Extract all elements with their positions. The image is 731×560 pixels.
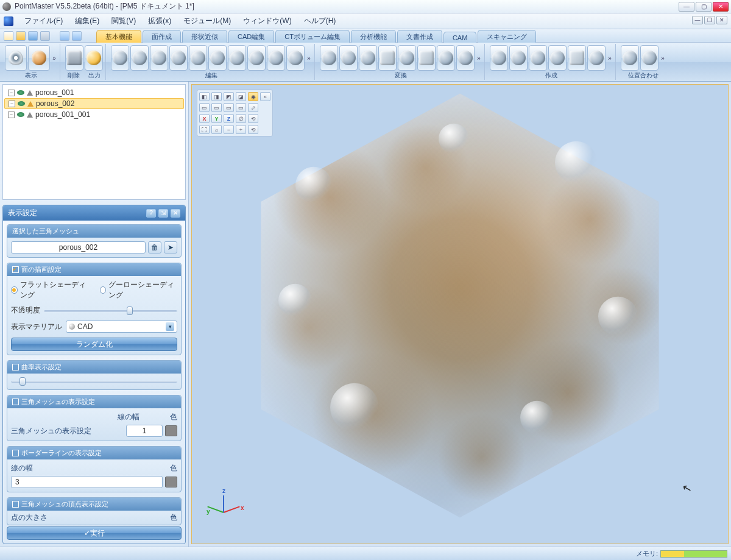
- zoom-out-button[interactable]: −: [224, 125, 234, 134]
- undo-icon[interactable]: [60, 31, 69, 41]
- display-eye-button[interactable]: [5, 45, 27, 71]
- axis-free-button[interactable]: ∅: [236, 114, 246, 123]
- section-checkbox[interactable]: [12, 501, 19, 508]
- border-color-swatch[interactable]: [165, 477, 177, 487]
- conv-btn-2[interactable]: [339, 45, 358, 71]
- section-checkbox[interactable]: [12, 266, 19, 273]
- output-button[interactable]: [85, 45, 103, 71]
- tree-item[interactable]: − porous_001: [4, 87, 184, 98]
- print-icon[interactable]: [40, 31, 50, 41]
- close-button[interactable]: ✕: [713, 2, 729, 12]
- menu-module[interactable]: モジュール(M): [177, 15, 237, 27]
- menu-file[interactable]: ファイル(F): [18, 15, 69, 27]
- mdi-close-button[interactable]: ✕: [716, 16, 727, 24]
- tab-ct[interactable]: CTボリューム編集: [275, 30, 350, 43]
- clear-selection-button[interactable]: 🗑: [148, 241, 161, 253]
- conv-btn-3[interactable]: [359, 45, 377, 71]
- menu-help[interactable]: ヘルプ(H): [298, 15, 342, 27]
- view-persp-button[interactable]: ◉: [248, 92, 258, 101]
- view-collapse-button[interactable]: «: [260, 92, 270, 101]
- mesh-width-input[interactable]: 1: [126, 425, 163, 437]
- view-front-button[interactable]: ▭: [199, 103, 210, 112]
- edit-btn-10[interactable]: [286, 45, 305, 71]
- tree-expander-icon[interactable]: −: [9, 101, 15, 107]
- zoom-in-button[interactable]: +: [236, 125, 246, 134]
- tab-analysis[interactable]: 分析機能: [351, 30, 396, 43]
- axis-y-button[interactable]: Y: [211, 114, 222, 123]
- tab-document[interactable]: 文書作成: [397, 30, 442, 43]
- tree-expander-icon[interactable]: −: [8, 90, 15, 96]
- conv-btn-4[interactable]: [378, 45, 397, 71]
- edit-btn-7[interactable]: [228, 45, 246, 71]
- randomize-button[interactable]: ランダム化: [11, 338, 177, 351]
- delete-button[interactable]: [65, 45, 83, 71]
- view-left-button[interactable]: ▭: [224, 103, 234, 112]
- align-btn-2[interactable]: [640, 45, 659, 71]
- open-icon[interactable]: [16, 31, 26, 41]
- 3d-viewport[interactable]: ◧ ◨ ◩ ◪ ◉ « ▭ ▭ ▭ ▭ ⬀ X Y Z ∅ ⟲: [191, 84, 729, 544]
- tab-scanning[interactable]: スキャニング: [478, 30, 536, 43]
- conv-btn-8[interactable]: [456, 45, 475, 71]
- create-btn-2[interactable]: [509, 45, 528, 71]
- minimize-button[interactable]: ―: [679, 2, 694, 12]
- view-iso4-button[interactable]: ◪: [236, 92, 246, 101]
- mdi-minimize-button[interactable]: ―: [692, 16, 703, 24]
- panel-help-button[interactable]: ?: [146, 209, 156, 218]
- menu-edit[interactable]: 編集(E): [69, 15, 105, 27]
- group-expand-icon[interactable]: »: [476, 45, 482, 71]
- view-iso1-button[interactable]: ◧: [199, 92, 210, 101]
- tree-item[interactable]: − porous_001_001: [4, 109, 184, 120]
- view-back-button[interactable]: ▭: [211, 103, 222, 112]
- new-icon[interactable]: [4, 31, 13, 41]
- panel-pin-button[interactable]: ⇲: [158, 209, 168, 218]
- execute-button[interactable]: ✓ 実行: [7, 526, 182, 540]
- edit-btn-4[interactable]: [169, 45, 188, 71]
- border-width-input[interactable]: 3: [11, 476, 163, 488]
- conv-btn-7[interactable]: [437, 45, 455, 71]
- opacity-slider[interactable]: [44, 307, 177, 315]
- conv-btn-5[interactable]: [398, 45, 416, 71]
- tab-shape[interactable]: 形状近似: [182, 30, 227, 43]
- create-btn-5[interactable]: [568, 45, 586, 71]
- menu-window[interactable]: ウィンドウ(W): [237, 15, 297, 27]
- group-expand-icon[interactable]: »: [51, 45, 57, 71]
- edit-btn-9[interactable]: [267, 45, 285, 71]
- axis-x-button[interactable]: X: [199, 114, 210, 123]
- view-right-button[interactable]: ▭: [236, 103, 246, 112]
- group-expand-icon[interactable]: »: [660, 45, 666, 71]
- zoom-fit-button[interactable]: ⛶: [199, 125, 210, 134]
- edit-btn-8[interactable]: [247, 45, 266, 71]
- maximize-button[interactable]: ▢: [696, 2, 712, 12]
- group-expand-icon[interactable]: »: [607, 45, 613, 71]
- tree-expander-icon[interactable]: −: [8, 112, 15, 118]
- create-btn-4[interactable]: [548, 45, 567, 71]
- edit-btn-1[interactable]: [111, 45, 129, 71]
- app-menu-icon[interactable]: [4, 16, 13, 26]
- curvature-slider[interactable]: [11, 377, 177, 386]
- mdi-restore-button[interactable]: ❐: [704, 16, 715, 24]
- view-iso3-button[interactable]: ◩: [224, 92, 234, 101]
- mesh-color-swatch[interactable]: [165, 425, 177, 436]
- material-dropdown[interactable]: CAD ▾: [66, 321, 177, 333]
- align-btn-1[interactable]: [621, 45, 639, 71]
- group-expand-icon[interactable]: »: [306, 45, 312, 71]
- tab-surface[interactable]: 面作成: [143, 30, 181, 43]
- display-face-button[interactable]: [28, 45, 50, 71]
- tab-cad[interactable]: CAD編集: [228, 30, 274, 43]
- tree-item[interactable]: − porous_002: [4, 98, 184, 109]
- conv-btn-1[interactable]: [320, 45, 338, 71]
- axis-z-button[interactable]: Z: [224, 114, 234, 123]
- gouraud-shading-radio[interactable]: グーローシェーディング: [100, 280, 178, 300]
- edit-btn-6[interactable]: [208, 45, 227, 71]
- edit-btn-3[interactable]: [150, 45, 168, 71]
- pick-selection-button[interactable]: ➤: [164, 241, 177, 253]
- visibility-icon[interactable]: [18, 101, 25, 106]
- menu-extend[interactable]: 拡張(x): [142, 15, 177, 27]
- visibility-icon[interactable]: [17, 112, 24, 117]
- redo-icon[interactable]: [72, 31, 82, 41]
- section-checkbox[interactable]: [12, 399, 19, 405]
- flat-shading-radio[interactable]: フラットシェーディング: [11, 280, 89, 300]
- section-checkbox[interactable]: [12, 450, 19, 456]
- axis-lock-button[interactable]: ⟲: [248, 114, 258, 123]
- create-btn-1[interactable]: [490, 45, 508, 71]
